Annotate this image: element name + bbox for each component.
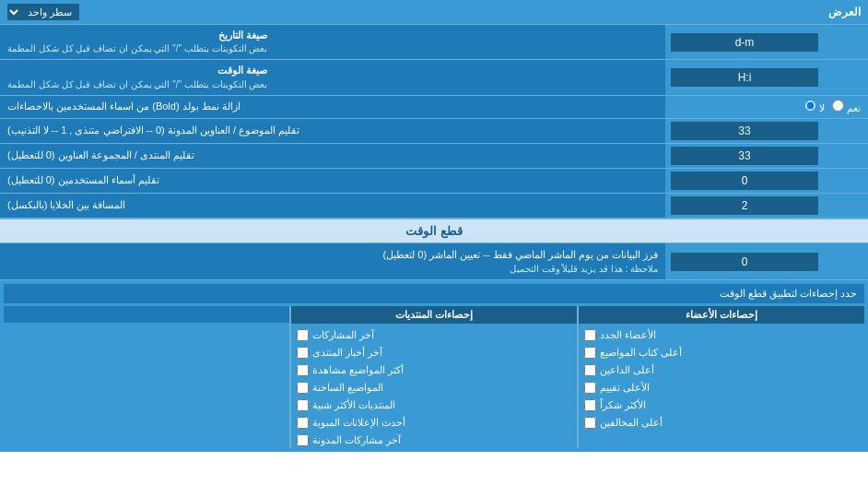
spacing-input-area: 2 [665, 194, 868, 218]
usernames-input[interactable]: 0 [671, 172, 818, 190]
main-container: العرض سطر واحد سطران ثلاثة أسطر d-m صيغة… [0, 0, 868, 452]
checkbox-most-similar[interactable] [297, 399, 309, 411]
radio-yes[interactable] [832, 100, 844, 112]
col-right [4, 306, 289, 448]
checkbox-top-rated[interactable] [584, 382, 596, 394]
checkbox-most-viewed[interactable] [297, 364, 309, 376]
list-item: آخر مشاركات المدونة [291, 432, 577, 448]
checkbox-top-violations[interactable] [584, 417, 596, 429]
bold-radio-row: لا نعم ازالة نمط بولد (Bold) من اسماء ال… [0, 96, 868, 119]
list-item: أحدث الإعلانات المبوبة [291, 415, 577, 431]
header-row: العرض سطر واحد سطران ثلاثة أسطر [0, 0, 868, 25]
usernames-label: تقليم أسماء المستخدمين (0 للتعطيل) [0, 169, 665, 193]
col-members-header: إحصاءات الأعضاء [579, 306, 864, 324]
cut-time-header: قطع الوقت [0, 219, 868, 243]
bottom-section: حدد إحصاءات لتطبيق قطع الوقت إحصاءات الأ… [0, 280, 868, 452]
list-item: أعلى كتاب المواضيع [579, 345, 864, 361]
header-title: العرض [828, 6, 861, 18]
col-members: إحصاءات الأعضاء الأعضاء الجدد أعلى كتاب … [579, 306, 864, 448]
list-item: آخر أخبار المنتدى [291, 345, 577, 361]
dropdown-container: سطر واحد سطران ثلاثة أسطر [7, 4, 79, 20]
cut-time-input-area: 0 [665, 243, 868, 280]
spacing-label: المسافة بين الخلايا (بالبكسل) [0, 194, 665, 218]
bold-label: ازالة نمط بولد (Bold) من اسماء المستخدمي… [0, 96, 665, 118]
date-format-input-area: d-m [665, 25, 868, 59]
bold-radio-area: لا نعم [665, 96, 868, 118]
cut-time-label: فرز البيانات من يوم الماشر الماضي فقط --… [0, 243, 665, 280]
list-item: أعلى المخالفين [579, 415, 864, 431]
radio-no[interactable] [804, 100, 816, 112]
list-item: الأعلى تقييم [579, 380, 864, 396]
checkbox-hot-topics[interactable] [297, 382, 309, 394]
list-item: أعلى الداعين [579, 362, 864, 378]
list-item: المنتديات الأكثر شبية [291, 397, 577, 413]
time-format-input-area: H:i [665, 60, 868, 94]
time-format-label: صيغة الوقت بعض التكوينات يتطلب "/" التي … [0, 60, 665, 94]
forum-order-row: 33 تقليم المنتدى / المجموعة العناوين (0 … [0, 144, 868, 169]
checkbox-grid: إحصاءات الأعضاء الأعضاء الجدد أعلى كتاب … [4, 306, 864, 448]
cut-time-input[interactable]: 0 [671, 253, 818, 271]
checkbox-top-writers[interactable] [584, 347, 596, 359]
date-format-label: صيغة التاريخ بعض التكوينات يتطلب "/" الت… [0, 25, 665, 59]
col-forums: إحصاءات المنتديات آخر المشاركات آخر أخبا… [291, 306, 577, 448]
usernames-row: 0 تقليم أسماء المستخدمين (0 للتعطيل) [0, 169, 868, 194]
col-right-header [4, 306, 289, 323]
checkbox-classifieds[interactable] [297, 417, 309, 429]
date-format-input[interactable]: d-m [671, 33, 818, 52]
list-item: المواضيع الساخنة [291, 380, 577, 396]
usernames-input-area: 0 [665, 169, 868, 193]
radio-yes-label: نعم [832, 100, 861, 114]
col-separator-1 [577, 306, 579, 448]
checkbox-last-posts[interactable] [297, 329, 309, 341]
list-item: الأكثر شكراً [579, 397, 864, 413]
radio-no-label: لا [804, 100, 825, 114]
list-item: آخر المشاركات [291, 327, 577, 343]
time-format-input[interactable]: H:i [671, 68, 818, 87]
time-format-row: H:i صيغة الوقت بعض التكوينات يتطلب "/" ا… [0, 60, 868, 95]
cut-time-row: 0 فرز البيانات من يوم الماشر الماضي فقط … [0, 243, 868, 281]
checkbox-top-inviters[interactable] [584, 364, 596, 376]
forum-order-input[interactable]: 33 [671, 147, 818, 165]
col-separator-2 [289, 306, 291, 448]
forum-order-label: تقليم المنتدى / المجموعة العناوين (0 للت… [0, 144, 665, 168]
topics-order-row: 33 تقليم الموضوع / العناوين المدونة (0 -… [0, 119, 868, 144]
col-forums-header: إحصاءات المنتديات [291, 306, 577, 324]
view-dropdown[interactable]: سطر واحد سطران ثلاثة أسطر [7, 4, 79, 20]
checkbox-last-news[interactable] [297, 347, 309, 359]
checkbox-most-thanks[interactable] [584, 399, 596, 411]
checkbox-members-new[interactable] [584, 329, 596, 341]
spacing-input[interactable]: 2 [671, 196, 818, 215]
checkbox-blog-posts[interactable] [297, 434, 309, 446]
topics-order-label: تقليم الموضوع / العناوين المدونة (0 -- ا… [0, 119, 665, 143]
topics-order-input-area: 33 [665, 119, 868, 143]
forum-order-input-area: 33 [665, 144, 868, 168]
stats-apply-label: حدد إحصاءات لتطبيق قطع الوقت [4, 284, 864, 303]
date-format-row: d-m صيغة التاريخ بعض التكوينات يتطلب "/"… [0, 25, 868, 60]
topics-order-input[interactable]: 33 [671, 122, 818, 140]
list-item: الأعضاء الجدد [579, 327, 864, 343]
spacing-row: 2 المسافة بين الخلايا (بالبكسل) [0, 194, 868, 219]
list-item: أكثر المواضيع مشاهدة [291, 362, 577, 378]
